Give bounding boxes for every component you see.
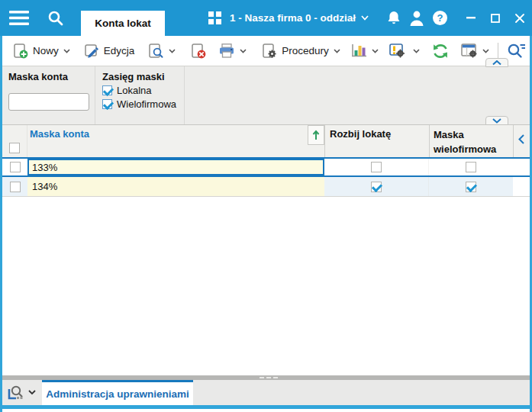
checkbox-lokalna[interactable]: Lokalna <box>102 85 178 96</box>
column-label: Maska konta <box>30 128 89 140</box>
chevron-down-icon <box>492 118 501 124</box>
maska-konta-cell[interactable]: 134% <box>27 177 324 196</box>
apps-grid-icon[interactable] <box>204 0 227 36</box>
notifications-icon[interactable] <box>382 0 405 36</box>
chart-icon <box>351 43 367 58</box>
chart-button[interactable] <box>347 40 382 61</box>
rozbij-lokate-cell[interactable] <box>324 177 429 196</box>
status-tab-label: Administracja uprawnieniami <box>46 388 189 400</box>
chevron-down-icon <box>482 49 489 53</box>
row-filler <box>513 159 530 175</box>
column-header-maska-konta[interactable]: Maska konta <box>27 125 324 157</box>
edit-record-icon <box>84 43 99 59</box>
row-checkbox[interactable] <box>10 162 21 172</box>
find-record-icon <box>148 43 164 59</box>
select-all-checkbox[interactable] <box>9 143 20 153</box>
rozbij-checkbox[interactable] <box>371 182 382 192</box>
new-button[interactable]: Nowy <box>9 40 74 62</box>
collapse-side-panel-button[interactable] <box>513 125 529 157</box>
refresh-button[interactable] <box>428 40 453 62</box>
tab-konta-lokat[interactable]: Konta lokat <box>81 11 165 36</box>
sort-asc-icon <box>312 130 320 140</box>
grid-header: Maska konta Rozbij lokatę Maska wielofir… <box>2 125 530 157</box>
checkbox-wielofirmowa[interactable]: Wielofirmowa <box>102 98 178 110</box>
window-border-bottom <box>0 405 532 409</box>
procedures-icon <box>262 43 277 59</box>
wielofirmowa-checkbox[interactable] <box>466 182 476 192</box>
value-cell[interactable]: 134% <box>27 177 324 196</box>
delete-record-button[interactable] <box>187 40 210 62</box>
maska-konta-cell[interactable]: 133% <box>27 159 324 175</box>
alerts-settings-icon <box>389 43 405 58</box>
chevron-down-icon <box>240 49 247 53</box>
mask-scope-label: Zasięg maski <box>102 71 178 82</box>
maska-wielofirmowa-cell[interactable] <box>429 177 513 196</box>
close-button[interactable] <box>508 0 532 36</box>
locator-icon <box>506 43 526 59</box>
chevron-down-icon <box>413 49 420 53</box>
rozbij-checkbox[interactable] <box>371 162 382 172</box>
status-bar: Administracja uprawnieniami <box>2 380 530 405</box>
filter-panel-empty <box>185 66 530 124</box>
view-settings-icon <box>461 43 478 58</box>
table-row[interactable]: 133% <box>2 157 530 177</box>
row-select-cell[interactable] <box>2 177 27 196</box>
column-header-maska-wielofirmowa[interactable]: Maska wielofirmowa <box>429 125 513 157</box>
rozbij-lokate-cell[interactable] <box>324 159 429 175</box>
maska-wielofirmowa-cell[interactable] <box>429 159 513 175</box>
company-selector[interactable]: 1 - Nasza firma 0 - oddział <box>227 12 369 24</box>
chevron-down-icon <box>372 49 379 53</box>
edit-cell[interactable]: 133% <box>27 159 324 175</box>
search-icon[interactable] <box>38 0 73 36</box>
chevron-down-icon <box>169 49 176 53</box>
minimize-button[interactable] <box>459 0 483 36</box>
app-window: Konta lokat 1 - Nasza firma 0 - oddział … <box>0 0 532 412</box>
new-record-icon <box>13 43 28 59</box>
column-label: Rozbij lokatę <box>330 128 391 140</box>
procedures-button[interactable]: Procedury <box>258 40 344 62</box>
tab-label: Konta lokat <box>95 18 151 29</box>
wielofirmowa-label: Wielofirmowa <box>117 98 176 110</box>
lookup-icon <box>7 385 25 401</box>
select-all-cell[interactable] <box>2 125 27 157</box>
procedures-button-label: Procedury <box>282 45 329 56</box>
user-icon[interactable] <box>405 0 428 36</box>
titlebar: Konta lokat 1 - Nasza firma 0 - oddział … <box>0 0 532 36</box>
chevron-up-icon <box>492 60 501 66</box>
lokalna-checkbox[interactable] <box>102 85 112 95</box>
column-header-rozbij-lokate[interactable]: Rozbij lokatę <box>324 125 429 157</box>
new-button-label: Nowy <box>33 45 59 56</box>
help-icon[interactable]: ? <box>428 0 451 36</box>
chevron-down-icon <box>361 15 369 21</box>
menu-icon[interactable] <box>0 0 38 36</box>
edit-button[interactable]: Edycja <box>80 40 139 62</box>
company-label: 1 - Nasza firma 0 - oddział <box>230 12 356 24</box>
window-border-left <box>0 36 2 412</box>
wielofirmowa-checkbox[interactable] <box>102 99 112 109</box>
splitter-grip-icon <box>260 377 278 378</box>
refresh-icon <box>432 43 449 59</box>
wielofirmowa-checkbox[interactable] <box>466 162 476 172</box>
row-checkbox[interactable] <box>10 182 21 192</box>
filter-account-mask: Maska konta <box>2 66 95 124</box>
chevron-down-icon <box>63 49 70 53</box>
alerts-settings-button[interactable] <box>385 40 424 61</box>
delete-record-icon <box>191 43 206 59</box>
lookup-button[interactable] <box>2 380 42 405</box>
collapse-down-button[interactable] <box>485 116 508 125</box>
edit-button-label: Edycja <box>104 45 135 56</box>
table-row[interactable]: 134% <box>2 177 530 197</box>
print-icon <box>218 43 235 58</box>
account-mask-label: Maska konta <box>8 71 89 82</box>
sort-indicator[interactable] <box>308 125 324 145</box>
find-record-button[interactable] <box>144 40 179 62</box>
collapse-up-button[interactable] <box>485 58 508 67</box>
tab-administracja-uprawnieniami[interactable]: Administracja uprawnieniami <box>42 380 193 405</box>
window-edge <box>0 409 532 412</box>
row-filler <box>513 177 530 196</box>
filter-mask-scope: Zasięg maski Lokalna Wielofirmowa <box>95 66 185 124</box>
row-select-cell[interactable] <box>2 159 27 175</box>
print-button[interactable] <box>214 40 250 61</box>
maximize-button[interactable] <box>483 0 508 36</box>
account-mask-input[interactable] <box>8 93 89 111</box>
